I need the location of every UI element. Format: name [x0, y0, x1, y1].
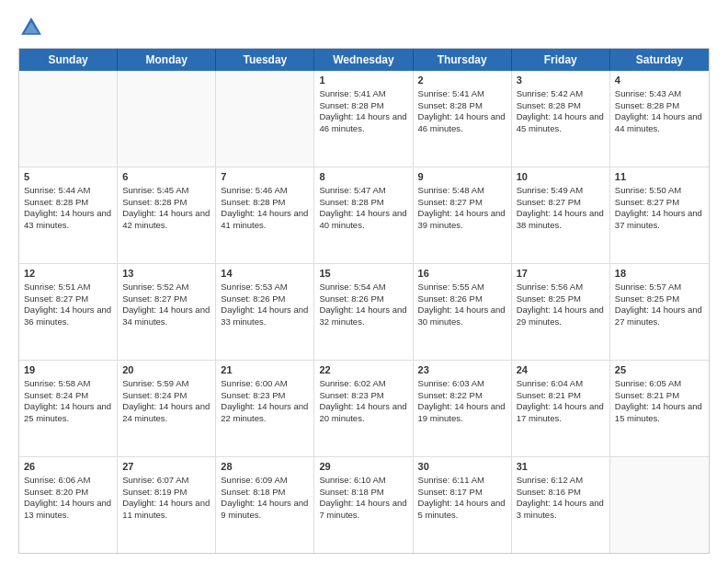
- day-info: Sunrise: 6:11 AM Sunset: 8:17 PM Dayligh…: [418, 475, 506, 520]
- day-number: 6: [122, 170, 210, 184]
- header-day-wednesday: Wednesday: [314, 49, 413, 71]
- calendar-body: 1Sunrise: 5:41 AM Sunset: 8:28 PM Daylig…: [19, 71, 709, 553]
- day-info: Sunrise: 6:00 AM Sunset: 8:23 PM Dayligh…: [221, 378, 308, 423]
- day-info: Sunrise: 5:57 AM Sunset: 8:25 PM Dayligh…: [615, 282, 702, 327]
- day-info: Sunrise: 5:52 AM Sunset: 8:27 PM Dayligh…: [122, 282, 210, 327]
- calendar-cell-4-1: 27Sunrise: 6:07 AM Sunset: 8:19 PM Dayli…: [118, 457, 216, 553]
- day-info: Sunrise: 5:45 AM Sunset: 8:28 PM Dayligh…: [122, 185, 210, 230]
- day-number: 20: [122, 363, 210, 377]
- day-info: Sunrise: 5:49 AM Sunset: 8:27 PM Dayligh…: [517, 185, 604, 230]
- calendar-cell-2-2: 14Sunrise: 5:53 AM Sunset: 8:26 PM Dayli…: [216, 264, 314, 360]
- day-number: 5: [24, 170, 112, 184]
- calendar-cell-1-2: 7Sunrise: 5:46 AM Sunset: 8:28 PM Daylig…: [216, 167, 314, 263]
- day-number: 31: [517, 460, 605, 474]
- header-day-saturday: Saturday: [610, 49, 709, 71]
- day-info: Sunrise: 6:04 AM Sunset: 8:21 PM Dayligh…: [517, 378, 604, 423]
- calendar-cell-0-5: 3Sunrise: 5:42 AM Sunset: 8:28 PM Daylig…: [512, 71, 610, 167]
- calendar-cell-3-4: 23Sunrise: 6:03 AM Sunset: 8:22 PM Dayli…: [414, 361, 512, 456]
- day-info: Sunrise: 6:09 AM Sunset: 8:18 PM Dayligh…: [221, 475, 308, 520]
- day-info: Sunrise: 5:58 AM Sunset: 8:24 PM Dayligh…: [24, 378, 111, 423]
- logo-icon: [18, 15, 44, 40]
- day-number: 9: [418, 170, 506, 184]
- calendar-cell-0-0: [19, 71, 118, 167]
- calendar-cell-0-6: 4Sunrise: 5:43 AM Sunset: 8:28 PM Daylig…: [610, 71, 709, 167]
- calendar-cell-3-1: 20Sunrise: 5:59 AM Sunset: 8:24 PM Dayli…: [118, 361, 216, 456]
- day-number: 25: [615, 363, 704, 377]
- day-info: Sunrise: 5:59 AM Sunset: 8:24 PM Dayligh…: [122, 378, 210, 423]
- page: SundayMondayTuesdayWednesdayThursdayFrid…: [0, 0, 728, 563]
- header-day-monday: Monday: [118, 49, 216, 71]
- day-info: Sunrise: 5:53 AM Sunset: 8:26 PM Dayligh…: [221, 282, 308, 327]
- day-number: 21: [221, 363, 309, 377]
- calendar-cell-3-0: 19Sunrise: 5:58 AM Sunset: 8:24 PM Dayli…: [19, 361, 118, 456]
- day-number: 10: [517, 170, 605, 184]
- day-number: 22: [319, 363, 407, 377]
- calendar-cell-2-3: 15Sunrise: 5:54 AM Sunset: 8:26 PM Dayli…: [314, 264, 413, 360]
- header-day-friday: Friday: [512, 49, 610, 71]
- day-number: 12: [24, 267, 112, 281]
- day-info: Sunrise: 6:03 AM Sunset: 8:22 PM Dayligh…: [418, 378, 506, 423]
- day-info: Sunrise: 6:07 AM Sunset: 8:19 PM Dayligh…: [122, 475, 210, 520]
- day-number: 2: [418, 74, 506, 87]
- day-number: 7: [221, 170, 309, 184]
- calendar-cell-1-4: 9Sunrise: 5:48 AM Sunset: 8:27 PM Daylig…: [414, 167, 512, 263]
- day-number: 19: [24, 363, 112, 377]
- day-number: 4: [615, 74, 704, 87]
- calendar-cell-0-3: 1Sunrise: 5:41 AM Sunset: 8:28 PM Daylig…: [314, 71, 413, 167]
- header: [18, 15, 710, 40]
- calendar-cell-4-6: [610, 457, 709, 553]
- calendar-cell-4-0: 26Sunrise: 6:06 AM Sunset: 8:20 PM Dayli…: [19, 457, 118, 553]
- calendar-cell-4-3: 29Sunrise: 6:10 AM Sunset: 8:18 PM Dayli…: [314, 457, 413, 553]
- calendar-cell-1-0: 5Sunrise: 5:44 AM Sunset: 8:28 PM Daylig…: [19, 167, 118, 263]
- day-number: 13: [122, 267, 210, 281]
- day-number: 16: [418, 267, 506, 281]
- calendar: SundayMondayTuesdayWednesdayThursdayFrid…: [18, 48, 710, 554]
- calendar-row-0: 1Sunrise: 5:41 AM Sunset: 8:28 PM Daylig…: [19, 71, 709, 167]
- calendar-cell-4-4: 30Sunrise: 6:11 AM Sunset: 8:17 PM Dayli…: [414, 457, 512, 553]
- calendar-row-4: 26Sunrise: 6:06 AM Sunset: 8:20 PM Dayli…: [19, 457, 709, 553]
- day-number: 26: [24, 460, 112, 474]
- calendar-cell-2-1: 13Sunrise: 5:52 AM Sunset: 8:27 PM Dayli…: [118, 264, 216, 360]
- calendar-row-1: 5Sunrise: 5:44 AM Sunset: 8:28 PM Daylig…: [19, 167, 709, 264]
- day-info: Sunrise: 5:56 AM Sunset: 8:25 PM Dayligh…: [517, 282, 604, 327]
- day-info: Sunrise: 5:42 AM Sunset: 8:28 PM Dayligh…: [517, 88, 604, 133]
- calendar-cell-0-1: [118, 71, 216, 167]
- calendar-cell-0-2: [216, 71, 314, 167]
- calendar-header: SundayMondayTuesdayWednesdayThursdayFrid…: [19, 49, 709, 71]
- day-number: 23: [418, 363, 506, 377]
- day-info: Sunrise: 5:46 AM Sunset: 8:28 PM Dayligh…: [221, 185, 308, 230]
- header-day-tuesday: Tuesday: [216, 49, 314, 71]
- calendar-cell-3-6: 25Sunrise: 6:05 AM Sunset: 8:21 PM Dayli…: [610, 361, 709, 456]
- day-number: 17: [517, 267, 605, 281]
- day-info: Sunrise: 5:55 AM Sunset: 8:26 PM Dayligh…: [418, 282, 506, 327]
- header-day-sunday: Sunday: [19, 49, 118, 71]
- day-info: Sunrise: 5:48 AM Sunset: 8:27 PM Dayligh…: [418, 185, 506, 230]
- day-number: 29: [319, 460, 407, 474]
- calendar-cell-2-0: 12Sunrise: 5:51 AM Sunset: 8:27 PM Dayli…: [19, 264, 118, 360]
- day-info: Sunrise: 5:47 AM Sunset: 8:28 PM Dayligh…: [319, 185, 406, 230]
- day-number: 3: [517, 74, 605, 87]
- day-number: 18: [615, 267, 704, 281]
- day-info: Sunrise: 5:43 AM Sunset: 8:28 PM Dayligh…: [615, 88, 702, 133]
- calendar-cell-2-6: 18Sunrise: 5:57 AM Sunset: 8:25 PM Dayli…: [610, 264, 709, 360]
- calendar-cell-3-3: 22Sunrise: 6:02 AM Sunset: 8:23 PM Dayli…: [314, 361, 413, 456]
- calendar-cell-2-5: 17Sunrise: 5:56 AM Sunset: 8:25 PM Dayli…: [512, 264, 610, 360]
- calendar-row-3: 19Sunrise: 5:58 AM Sunset: 8:24 PM Dayli…: [19, 361, 709, 457]
- calendar-cell-2-4: 16Sunrise: 5:55 AM Sunset: 8:26 PM Dayli…: [414, 264, 512, 360]
- calendar-cell-0-4: 2Sunrise: 5:41 AM Sunset: 8:28 PM Daylig…: [414, 71, 512, 167]
- calendar-cell-4-5: 31Sunrise: 6:12 AM Sunset: 8:16 PM Dayli…: [512, 457, 610, 553]
- day-number: 15: [319, 267, 407, 281]
- day-info: Sunrise: 6:12 AM Sunset: 8:16 PM Dayligh…: [517, 475, 604, 520]
- day-info: Sunrise: 5:54 AM Sunset: 8:26 PM Dayligh…: [319, 282, 406, 327]
- calendar-cell-3-5: 24Sunrise: 6:04 AM Sunset: 8:21 PM Dayli…: [512, 361, 610, 456]
- day-number: 1: [319, 74, 407, 87]
- calendar-cell-4-2: 28Sunrise: 6:09 AM Sunset: 8:18 PM Dayli…: [216, 457, 314, 553]
- calendar-cell-1-3: 8Sunrise: 5:47 AM Sunset: 8:28 PM Daylig…: [314, 167, 413, 263]
- day-info: Sunrise: 6:06 AM Sunset: 8:20 PM Dayligh…: [24, 475, 111, 520]
- day-info: Sunrise: 5:50 AM Sunset: 8:27 PM Dayligh…: [615, 185, 702, 230]
- day-info: Sunrise: 6:10 AM Sunset: 8:18 PM Dayligh…: [319, 475, 406, 520]
- calendar-cell-1-5: 10Sunrise: 5:49 AM Sunset: 8:27 PM Dayli…: [512, 167, 610, 263]
- day-number: 11: [615, 170, 704, 184]
- day-number: 27: [122, 460, 210, 474]
- day-number: 24: [517, 363, 605, 377]
